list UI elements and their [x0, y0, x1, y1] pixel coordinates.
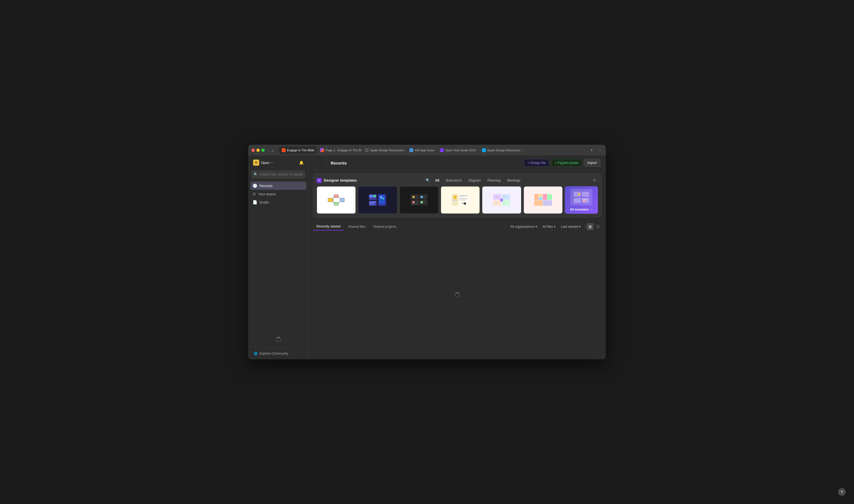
tab-apple-design[interactable]: Apple Design Resources – iOS 17 a	[362, 146, 406, 154]
close-button[interactable]	[252, 148, 255, 152]
filter-diagram-button[interactable]: Diagram	[467, 178, 483, 183]
svg-point-23	[413, 196, 415, 198]
svg-rect-46	[502, 200, 510, 206]
svg-text:Think: Think	[495, 196, 498, 198]
more-tabs-button[interactable]: ···	[596, 147, 602, 154]
svg-rect-13	[369, 202, 376, 202]
svg-point-64	[578, 193, 580, 195]
grid-view-button[interactable]: ⊞	[586, 223, 594, 230]
design-file-button[interactable]: + Design file	[524, 159, 549, 167]
loading-spinner	[276, 337, 281, 342]
svg-rect-0	[328, 198, 333, 202]
sort-filter[interactable]: Last viewed ▾	[559, 224, 583, 230]
svg-rect-53	[534, 194, 539, 200]
svg-rect-11	[369, 195, 373, 197]
template-diagram-basics[interactable]: Diagram Basics	[317, 186, 356, 214]
home-button[interactable]: ⌂	[269, 146, 277, 154]
template-business-model[interactable]: Business model c...	[524, 186, 563, 214]
svg-text:See: See	[504, 196, 506, 198]
tab-engage-in-bible[interactable]: Engage In The Bible	[279, 146, 317, 154]
filter-planning-button[interactable]: Planning	[486, 178, 502, 183]
filter-brainstorm-button[interactable]: Brainstorm	[444, 178, 464, 183]
all-templates-card[interactable]: All templates →	[565, 186, 598, 214]
svg-point-24	[421, 196, 423, 198]
breadcrumb: ‹ › Recents	[314, 160, 347, 166]
sidebar: O Open ▾ 🔔 🔍 🕐 Recents ⊞ Your teams	[248, 156, 309, 359]
templates-title: Designer templates	[324, 178, 357, 182]
svg-rect-20	[419, 195, 427, 199]
apple-icon	[365, 148, 369, 152]
chevron-down-icon: ▾	[535, 225, 537, 229]
fullscreen-button[interactable]	[261, 148, 265, 152]
help-button[interactable]: ?	[838, 488, 846, 496]
sidebar-item-recents[interactable]: 🕐 Recents	[250, 182, 306, 190]
template-thumbnail	[524, 186, 562, 214]
chevron-down-icon: ▾	[554, 225, 556, 229]
notification-button[interactable]: 🔔	[297, 159, 305, 166]
main-layout: O Open ▾ 🔔 🔍 🕐 Recents ⊞ Your teams	[248, 156, 606, 359]
svg-rect-54	[539, 194, 543, 197]
tab-page1-engage[interactable]: Page 1 - Engage In The Bible	[317, 146, 362, 154]
app-window: ⌂ Engage In The Bible Page 1 - Engage In…	[248, 145, 606, 359]
sidebar-nav: 🕐 Recents ⊞ Your teams 📄 Drafts	[248, 180, 308, 331]
template-team-meeting[interactable]: Meeting notes Team meeting ag...	[399, 186, 439, 214]
template-daily-sync[interactable]: Daily sync	[358, 186, 397, 214]
figma-page-icon	[320, 148, 324, 152]
svg-rect-57	[547, 194, 552, 200]
explore-community-link[interactable]: 🌐 Explore Community	[252, 350, 305, 357]
svg-line-6	[339, 196, 340, 199]
minimize-button[interactable]	[256, 148, 260, 152]
search-input[interactable]	[252, 170, 305, 178]
list-view-button[interactable]: ☰	[594, 223, 601, 230]
sidebar-item-your-teams[interactable]: ⊞ Your teams	[250, 190, 306, 198]
sidebar-header: O Open ▾ 🔔	[248, 156, 308, 169]
view-toggle: ⊞ ☰	[586, 223, 601, 230]
template-thumbnail: Think See Say Do	[482, 186, 521, 214]
svg-rect-38	[459, 200, 466, 201]
chevron-down-icon: ▾	[579, 225, 581, 229]
sidebar-item-drafts[interactable]: 📄 Drafts	[250, 198, 306, 206]
files-filter[interactable]: All files ▾	[540, 224, 558, 230]
filter-meetings-button[interactable]: Meetings	[505, 178, 522, 183]
figjam-board-button[interactable]: + FigJam board	[551, 159, 582, 167]
import-button[interactable]: Import	[584, 159, 600, 167]
tab-year-goals[interactable]: Open Year Goals 2024	[437, 146, 478, 154]
tab-recently-viewed[interactable]: Recently viewed	[313, 223, 344, 231]
clock-icon: 🕐	[253, 183, 257, 188]
ios-icon	[410, 148, 413, 152]
svg-rect-12	[374, 195, 376, 197]
back-button[interactable]: ‹	[314, 160, 321, 166]
organization-filter[interactable]: All organizations ▾	[508, 224, 539, 230]
template-thumbnail: Meeting notes	[400, 186, 438, 214]
file-icon: 📄	[253, 200, 257, 204]
templates-close-button[interactable]: ✕	[591, 177, 598, 183]
add-tab-button[interactable]: +	[588, 147, 595, 154]
svg-rect-62	[574, 198, 581, 203]
tabs-container: Engage In The Bible Page 1 - Engage In T…	[279, 146, 585, 154]
vision-icon	[482, 148, 486, 152]
sidebar-item-label: Drafts	[259, 200, 269, 204]
svg-line-7	[339, 201, 340, 204]
templates-panel: ✦ Designer templates 🔍 All Brainstorm Di…	[313, 174, 601, 217]
svg-point-25	[413, 201, 415, 203]
grid-icon: ⊞	[253, 192, 256, 196]
tab-ios-icons[interactable]: iOS App Icons	[407, 146, 437, 154]
template-user-persona[interactable]: User persona	[441, 186, 480, 214]
svg-point-47	[500, 198, 503, 202]
template-search-button[interactable]: 🔍	[425, 178, 430, 182]
template-thumbnail	[358, 186, 397, 214]
forward-button[interactable]: ›	[323, 160, 329, 166]
svg-rect-22	[419, 200, 427, 204]
svg-point-26	[421, 201, 423, 203]
tab-shared-files[interactable]: Shared files	[345, 223, 369, 231]
all-templates-thumbnail	[570, 189, 592, 205]
tab-vision-os[interactable]: Apple Design Resources - visionOS	[479, 146, 523, 154]
org-switcher[interactable]: O Open ▾	[252, 159, 274, 167]
svg-text:Say: Say	[495, 202, 497, 203]
sidebar-loading	[248, 331, 308, 347]
template-empathy-map[interactable]: Think See Say Do Empathy map	[482, 186, 521, 214]
sidebar-item-label: Your teams	[258, 192, 276, 196]
help-label: ?	[841, 490, 843, 494]
filter-all-button[interactable]: All	[433, 178, 441, 183]
tab-shared-projects[interactable]: Shared projects	[370, 223, 400, 231]
